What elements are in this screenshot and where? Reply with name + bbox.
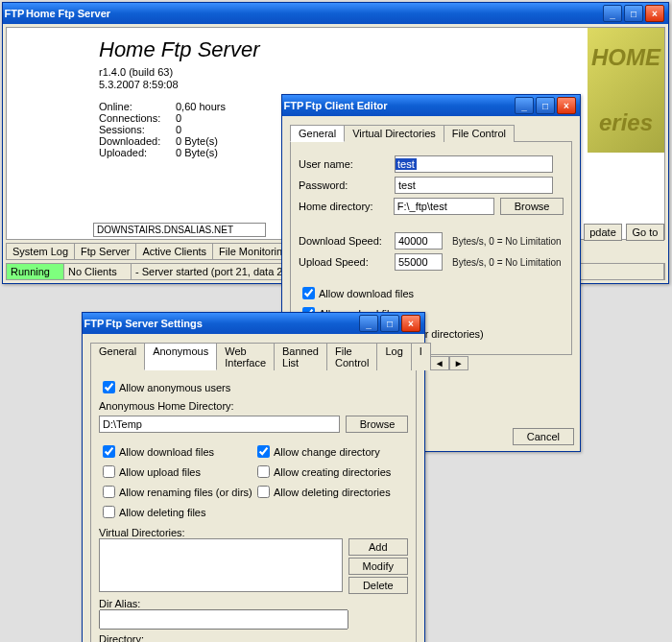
password-input[interactable] bbox=[395, 177, 553, 194]
maximize-button[interactable]: □ bbox=[536, 97, 555, 114]
connections-label: Connections: bbox=[99, 112, 176, 124]
main-titlebar[interactable]: FTP Home Ftp Server _ □ × bbox=[3, 3, 668, 24]
tab-web-interface[interactable]: Web Interface bbox=[216, 343, 275, 370]
check-label: Allow deleting directories bbox=[274, 487, 391, 498]
app-heading: Home Ftp Server bbox=[99, 37, 660, 62]
connections-value: 0 bbox=[176, 112, 181, 124]
downloaded-label: Downloaded: bbox=[99, 135, 176, 147]
modify-button[interactable]: Modify bbox=[348, 558, 408, 575]
tab-file-control[interactable]: File Control bbox=[326, 343, 377, 370]
online-value: 0,60 hours bbox=[176, 101, 226, 112]
tab-general[interactable]: General bbox=[90, 343, 145, 370]
settings-title: Ftp Server Settings bbox=[106, 318, 357, 329]
allow-download-checkbox[interactable] bbox=[103, 445, 115, 458]
tab-system-log[interactable]: System Log bbox=[6, 243, 75, 260]
allow-upload-checkbox[interactable] bbox=[103, 465, 115, 478]
maximize-button[interactable]: □ bbox=[624, 5, 643, 22]
browse-button[interactable]: Browse bbox=[346, 416, 408, 433]
check-label: Allow creating directories bbox=[274, 466, 391, 478]
username-label: User name: bbox=[299, 158, 395, 170]
uploaded-value: 0 Byte(s) bbox=[176, 147, 218, 158]
main-title: Home Ftp Server bbox=[26, 8, 601, 19]
domain-display: DOWNSTAIRS.DNSALIAS.NET bbox=[93, 223, 266, 237]
online-label: Online: bbox=[99, 101, 176, 112]
tab-active-clients[interactable]: Active Clients bbox=[135, 243, 213, 260]
app-icon: FTP bbox=[286, 98, 301, 113]
date-text: 5.3.2007 8:59:08 bbox=[99, 79, 660, 90]
check-label: Allow upload files bbox=[119, 466, 201, 478]
ul-speed-input[interactable] bbox=[395, 253, 443, 271]
directory-label: Directory: bbox=[99, 633, 408, 642]
minimize-button[interactable]: _ bbox=[603, 5, 622, 22]
username-input[interactable]: test bbox=[396, 158, 417, 170]
speed-note: Bytes/s, 0 = No Limitation bbox=[452, 236, 562, 247]
client-editor-titlebar[interactable]: FTP Ftp Client Editor _ □ × bbox=[282, 95, 580, 116]
check-label: Allow change directory bbox=[274, 446, 380, 458]
server-settings-window: FTP Ftp Server Settings _ □ × General An… bbox=[82, 312, 425, 642]
dir-alias-input[interactable] bbox=[99, 609, 348, 630]
allow-anon-label: Allow anonymous users bbox=[119, 382, 230, 393]
check-label: Allow download files bbox=[119, 446, 214, 458]
password-label: Password: bbox=[299, 179, 395, 191]
add-button[interactable]: Add bbox=[348, 538, 408, 556]
allow-download-label: Allow download files bbox=[319, 288, 414, 299]
app-icon: FTP bbox=[86, 316, 102, 331]
tab-file-control[interactable]: File Control bbox=[444, 125, 515, 142]
check-label: Allow renaming files (or dirs) bbox=[119, 487, 252, 498]
status-noclients: No Clients bbox=[64, 264, 132, 279]
maximize-button[interactable]: □ bbox=[380, 315, 399, 332]
downloaded-value: 0 Byte(s) bbox=[176, 135, 218, 147]
sessions-label: Sessions: bbox=[99, 124, 176, 135]
anon-home-input[interactable] bbox=[99, 416, 340, 433]
settings-tabs: General Anonymous Web Interface Banned L… bbox=[90, 342, 417, 370]
allow-rename-checkbox[interactable] bbox=[103, 486, 115, 498]
close-button[interactable]: × bbox=[401, 315, 420, 332]
logo-text-1: HOME bbox=[591, 44, 660, 71]
tab-banned-list[interactable]: Banned List bbox=[274, 343, 327, 370]
allow-chdir-checkbox[interactable] bbox=[257, 445, 270, 458]
dir-alias-label: Dir Alias: bbox=[99, 598, 408, 609]
minimize-button[interactable]: _ bbox=[359, 315, 378, 332]
update-button[interactable]: pdate bbox=[584, 224, 622, 241]
allow-delete-checkbox[interactable] bbox=[103, 506, 115, 518]
client-tabs: General Virtual Directories File Control bbox=[290, 124, 572, 142]
allow-anon-checkbox[interactable] bbox=[103, 381, 115, 393]
close-button[interactable]: × bbox=[645, 5, 664, 22]
home-dir-label: Home directory: bbox=[299, 201, 394, 212]
allow-rmdir-checkbox[interactable] bbox=[257, 486, 270, 498]
browse-button[interactable]: Browse bbox=[500, 198, 564, 215]
tab-more[interactable]: I bbox=[411, 343, 431, 370]
tab-ftp-server[interactable]: Ftp Server bbox=[74, 243, 136, 260]
home-dir-input[interactable] bbox=[394, 198, 494, 215]
allow-mkdir-checkbox[interactable] bbox=[257, 465, 270, 478]
virt-dir-listbox[interactable] bbox=[99, 538, 343, 592]
settings-titlebar[interactable]: FTP Ftp Server Settings _ □ × bbox=[83, 313, 424, 334]
logo-text-2: eries bbox=[599, 109, 653, 136]
tab-scroll-right-icon[interactable]: ► bbox=[449, 356, 468, 370]
tab-log[interactable]: Log bbox=[376, 343, 411, 370]
delete-button[interactable]: Delete bbox=[348, 577, 408, 594]
minimize-button[interactable]: _ bbox=[515, 97, 534, 114]
tab-scroll-left-icon[interactable]: ◄ bbox=[430, 356, 449, 370]
speed-note-2: Bytes/s, 0 = No Limitation bbox=[452, 257, 562, 268]
dl-speed-label: Download Speed: bbox=[299, 235, 395, 247]
close-button[interactable]: × bbox=[557, 97, 576, 114]
logo: HOME eries bbox=[588, 28, 664, 153]
dl-speed-input[interactable] bbox=[395, 232, 443, 250]
version-text: r1.4.0 (build 63) bbox=[99, 66, 660, 78]
anon-home-label: Anonymous Home Directory: bbox=[99, 400, 408, 412]
check-label: Allow deleting files bbox=[119, 507, 206, 518]
cancel-button[interactable]: Cancel bbox=[513, 428, 574, 445]
sessions-value: 0 bbox=[176, 124, 181, 135]
app-icon: FTP bbox=[7, 6, 22, 21]
uploaded-label: Uploaded: bbox=[99, 147, 176, 158]
tab-general[interactable]: General bbox=[290, 125, 345, 142]
tab-anonymous[interactable]: Anonymous bbox=[144, 343, 217, 370]
ul-speed-label: Upload Speed: bbox=[299, 256, 395, 268]
allow-download-checkbox[interactable] bbox=[302, 287, 315, 299]
tab-virtual-directories[interactable]: Virtual Directories bbox=[344, 125, 444, 142]
client-editor-title: Ftp Client Editor bbox=[305, 100, 513, 111]
virt-dir-label: Virtual Directories: bbox=[99, 527, 408, 538]
status-running: Running bbox=[7, 264, 64, 279]
goto-button[interactable]: Go to bbox=[626, 224, 664, 241]
